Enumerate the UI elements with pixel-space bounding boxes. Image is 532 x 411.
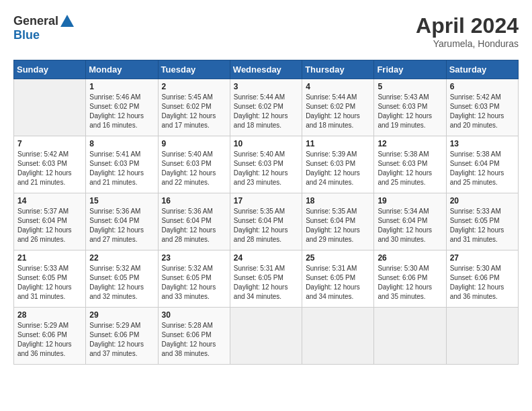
day-info: Sunrise: 5:37 AM Sunset: 6:04 PM Dayligh… bbox=[17, 207, 82, 244]
weekday-header: Friday bbox=[374, 60, 446, 79]
calendar-cell: 22Sunrise: 5:32 AM Sunset: 6:05 PM Dayli… bbox=[86, 250, 158, 308]
logo-triangle-icon bbox=[60, 13, 75, 28]
day-info: Sunrise: 5:39 AM Sunset: 6:03 PM Dayligh… bbox=[306, 150, 370, 187]
calendar-cell: 23Sunrise: 5:32 AM Sunset: 6:05 PM Dayli… bbox=[158, 250, 230, 308]
page-header: General Blue April 2024 Yarumela, Hondur… bbox=[13, 13, 519, 49]
day-number: 24 bbox=[234, 253, 298, 263]
calendar-cell: 9Sunrise: 5:40 AM Sunset: 6:03 PM Daylig… bbox=[158, 136, 230, 193]
title-section: April 2024 Yarumela, Honduras bbox=[416, 13, 519, 49]
svg-marker-0 bbox=[60, 15, 74, 27]
day-info: Sunrise: 5:30 AM Sunset: 6:06 PM Dayligh… bbox=[450, 264, 515, 302]
weekday-header: Thursday bbox=[302, 60, 374, 79]
day-number: 19 bbox=[378, 196, 442, 205]
calendar-cell: 3Sunrise: 5:44 AM Sunset: 6:02 PM Daylig… bbox=[230, 79, 302, 136]
day-info: Sunrise: 5:32 AM Sunset: 6:05 PM Dayligh… bbox=[162, 264, 226, 302]
day-number: 5 bbox=[378, 82, 442, 91]
calendar-cell: 16Sunrise: 5:36 AM Sunset: 6:04 PM Dayli… bbox=[158, 193, 230, 250]
calendar-cell: 12Sunrise: 5:38 AM Sunset: 6:03 PM Dayli… bbox=[374, 136, 446, 193]
day-number: 2 bbox=[162, 82, 226, 91]
day-info: Sunrise: 5:33 AM Sunset: 6:05 PM Dayligh… bbox=[450, 207, 515, 244]
calendar-cell: 5Sunrise: 5:43 AM Sunset: 6:03 PM Daylig… bbox=[374, 79, 446, 136]
day-number: 21 bbox=[17, 253, 82, 263]
day-number: 15 bbox=[89, 196, 154, 205]
day-info: Sunrise: 5:33 AM Sunset: 6:05 PM Dayligh… bbox=[17, 264, 82, 302]
day-number: 23 bbox=[162, 253, 226, 263]
day-number: 27 bbox=[450, 253, 515, 263]
day-info: Sunrise: 5:42 AM Sunset: 6:03 PM Dayligh… bbox=[17, 150, 82, 187]
day-number: 8 bbox=[89, 139, 154, 148]
day-number: 11 bbox=[306, 139, 370, 148]
calendar-cell: 4Sunrise: 5:44 AM Sunset: 6:02 PM Daylig… bbox=[302, 79, 374, 136]
weekday-header: Saturday bbox=[446, 60, 518, 79]
day-info: Sunrise: 5:38 AM Sunset: 6:04 PM Dayligh… bbox=[450, 150, 515, 187]
day-number: 20 bbox=[450, 196, 515, 205]
day-info: Sunrise: 5:40 AM Sunset: 6:03 PM Dayligh… bbox=[234, 150, 298, 187]
day-number: 17 bbox=[234, 196, 298, 205]
day-info: Sunrise: 5:41 AM Sunset: 6:03 PM Dayligh… bbox=[89, 150, 154, 187]
calendar-title: April 2024 bbox=[416, 13, 519, 38]
day-info: Sunrise: 5:31 AM Sunset: 6:05 PM Dayligh… bbox=[306, 264, 370, 302]
calendar-cell bbox=[14, 79, 86, 136]
day-info: Sunrise: 5:34 AM Sunset: 6:04 PM Dayligh… bbox=[378, 207, 442, 244]
day-number: 13 bbox=[450, 139, 515, 148]
day-number: 22 bbox=[89, 253, 154, 263]
day-info: Sunrise: 5:40 AM Sunset: 6:03 PM Dayligh… bbox=[162, 150, 226, 187]
day-number: 12 bbox=[378, 139, 442, 148]
day-number: 26 bbox=[378, 253, 442, 263]
weekday-header: Tuesday bbox=[158, 60, 230, 79]
day-number: 3 bbox=[234, 82, 298, 91]
day-info: Sunrise: 5:31 AM Sunset: 6:05 PM Dayligh… bbox=[234, 264, 298, 302]
day-info: Sunrise: 5:44 AM Sunset: 6:02 PM Dayligh… bbox=[306, 93, 370, 130]
day-number: 7 bbox=[17, 139, 82, 148]
day-info: Sunrise: 5:36 AM Sunset: 6:04 PM Dayligh… bbox=[162, 207, 226, 244]
day-info: Sunrise: 5:43 AM Sunset: 6:03 PM Dayligh… bbox=[378, 93, 442, 130]
day-info: Sunrise: 5:42 AM Sunset: 6:03 PM Dayligh… bbox=[450, 93, 515, 130]
weekday-header: Wednesday bbox=[230, 60, 302, 79]
day-info: Sunrise: 5:46 AM Sunset: 6:02 PM Dayligh… bbox=[89, 93, 154, 130]
calendar-cell: 6Sunrise: 5:42 AM Sunset: 6:03 PM Daylig… bbox=[446, 79, 518, 136]
logo-blue-text: Blue bbox=[13, 28, 40, 42]
day-number: 28 bbox=[17, 310, 82, 320]
day-info: Sunrise: 5:30 AM Sunset: 6:06 PM Dayligh… bbox=[378, 264, 442, 302]
weekday-header: Monday bbox=[86, 60, 158, 79]
weekday-header: Sunday bbox=[14, 60, 86, 79]
calendar-cell: 2Sunrise: 5:45 AM Sunset: 6:02 PM Daylig… bbox=[158, 79, 230, 136]
day-info: Sunrise: 5:29 AM Sunset: 6:06 PM Dayligh… bbox=[89, 321, 154, 359]
calendar-cell: 10Sunrise: 5:40 AM Sunset: 6:03 PM Dayli… bbox=[230, 136, 302, 193]
day-number: 25 bbox=[306, 253, 370, 263]
calendar-cell: 1Sunrise: 5:46 AM Sunset: 6:02 PM Daylig… bbox=[86, 79, 158, 136]
day-number: 6 bbox=[450, 82, 515, 91]
day-number: 18 bbox=[306, 196, 370, 205]
logo: General Blue bbox=[13, 13, 75, 42]
day-info: Sunrise: 5:38 AM Sunset: 6:03 PM Dayligh… bbox=[378, 150, 442, 187]
logo-general-text: General bbox=[13, 14, 58, 28]
calendar-cell: 28Sunrise: 5:29 AM Sunset: 6:06 PM Dayli… bbox=[14, 308, 86, 365]
calendar-cell bbox=[230, 308, 302, 365]
day-info: Sunrise: 5:35 AM Sunset: 6:04 PM Dayligh… bbox=[234, 207, 298, 244]
day-number: 4 bbox=[306, 82, 370, 91]
calendar-cell: 14Sunrise: 5:37 AM Sunset: 6:04 PM Dayli… bbox=[14, 193, 86, 250]
calendar-cell: 13Sunrise: 5:38 AM Sunset: 6:04 PM Dayli… bbox=[446, 136, 518, 193]
day-number: 9 bbox=[162, 139, 226, 148]
day-info: Sunrise: 5:44 AM Sunset: 6:02 PM Dayligh… bbox=[234, 93, 298, 130]
calendar-cell: 11Sunrise: 5:39 AM Sunset: 6:03 PM Dayli… bbox=[302, 136, 374, 193]
calendar-location: Yarumela, Honduras bbox=[416, 38, 519, 49]
calendar-cell: 30Sunrise: 5:28 AM Sunset: 6:06 PM Dayli… bbox=[158, 308, 230, 365]
day-info: Sunrise: 5:28 AM Sunset: 6:06 PM Dayligh… bbox=[162, 321, 226, 359]
calendar-table: SundayMondayTuesdayWednesdayThursdayFrid… bbox=[13, 60, 519, 365]
calendar-cell: 29Sunrise: 5:29 AM Sunset: 6:06 PM Dayli… bbox=[86, 308, 158, 365]
calendar-cell: 7Sunrise: 5:42 AM Sunset: 6:03 PM Daylig… bbox=[14, 136, 86, 193]
day-info: Sunrise: 5:32 AM Sunset: 6:05 PM Dayligh… bbox=[89, 264, 154, 302]
day-number: 16 bbox=[162, 196, 226, 205]
calendar-cell: 21Sunrise: 5:33 AM Sunset: 6:05 PM Dayli… bbox=[14, 250, 86, 308]
calendar-cell: 25Sunrise: 5:31 AM Sunset: 6:05 PM Dayli… bbox=[302, 250, 374, 308]
day-info: Sunrise: 5:29 AM Sunset: 6:06 PM Dayligh… bbox=[17, 321, 82, 359]
calendar-cell: 8Sunrise: 5:41 AM Sunset: 6:03 PM Daylig… bbox=[86, 136, 158, 193]
day-info: Sunrise: 5:45 AM Sunset: 6:02 PM Dayligh… bbox=[162, 93, 226, 130]
calendar-cell bbox=[302, 308, 374, 365]
calendar-cell: 24Sunrise: 5:31 AM Sunset: 6:05 PM Dayli… bbox=[230, 250, 302, 308]
calendar-cell: 26Sunrise: 5:30 AM Sunset: 6:06 PM Dayli… bbox=[374, 250, 446, 308]
day-info: Sunrise: 5:36 AM Sunset: 6:04 PM Dayligh… bbox=[89, 207, 154, 244]
calendar-cell: 18Sunrise: 5:35 AM Sunset: 6:04 PM Dayli… bbox=[302, 193, 374, 250]
day-number: 30 bbox=[162, 310, 226, 320]
